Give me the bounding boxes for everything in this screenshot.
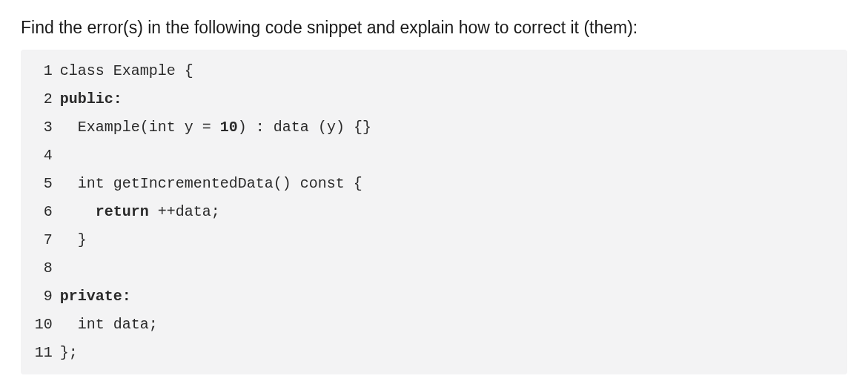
line-number: 3 [31,113,53,142]
line-number: 5 [31,170,53,198]
code-token-lit: 10 [220,119,238,136]
code-line: 11}; [21,339,847,367]
page-container: Find the error(s) in the following code … [0,0,868,390]
code-token: ++data; [149,203,220,220]
code-token-kw: private: [60,288,131,305]
code-content: int data; [60,311,158,339]
code-line: 2public: [21,85,847,113]
question-prompt: Find the error(s) in the following code … [21,16,847,39]
code-token: ) : data (y) {} [238,119,371,136]
code-line: 10 int data; [21,311,847,339]
code-line: 4 [21,142,847,170]
code-token: } [60,231,87,248]
code-content: Example(int y = 10) : data (y) {} [60,113,371,142]
code-token: Example(int y = [60,119,220,136]
code-line: 8 [21,254,847,282]
line-number: 1 [31,57,53,85]
code-token-kw: public: [60,90,122,108]
code-line: 7 } [21,226,847,254]
line-number: 11 [31,339,53,367]
line-number: 4 [31,142,53,170]
code-token: int data; [60,316,158,333]
line-number: 2 [31,85,53,113]
code-content: class Example { [60,57,193,85]
code-content: } [60,226,87,254]
code-line: 6 return ++data; [21,198,847,226]
code-token [60,203,96,220]
line-number: 9 [31,282,53,311]
code-content: int getIncrementedData() const { [60,170,362,198]
code-token: class Example { [60,62,193,79]
code-token-kw: return [96,203,149,220]
code-line: 9private: [21,282,847,311]
line-number: 7 [31,226,53,254]
code-line: 1class Example { [21,57,847,85]
code-content: }; [60,339,78,367]
line-number: 8 [31,254,53,282]
code-line: 3 Example(int y = 10) : data (y) {} [21,113,847,142]
code-content: public: [60,85,122,113]
code-token: int getIncrementedData() const { [60,175,362,192]
code-content: return ++data; [60,198,220,226]
code-token: }; [60,344,78,361]
line-number: 10 [31,311,53,339]
code-line: 5 int getIncrementedData() const { [21,170,847,198]
line-number: 6 [31,198,53,226]
code-content: private: [60,282,131,311]
code-block: 1class Example {2public:3 Example(int y … [21,50,847,374]
